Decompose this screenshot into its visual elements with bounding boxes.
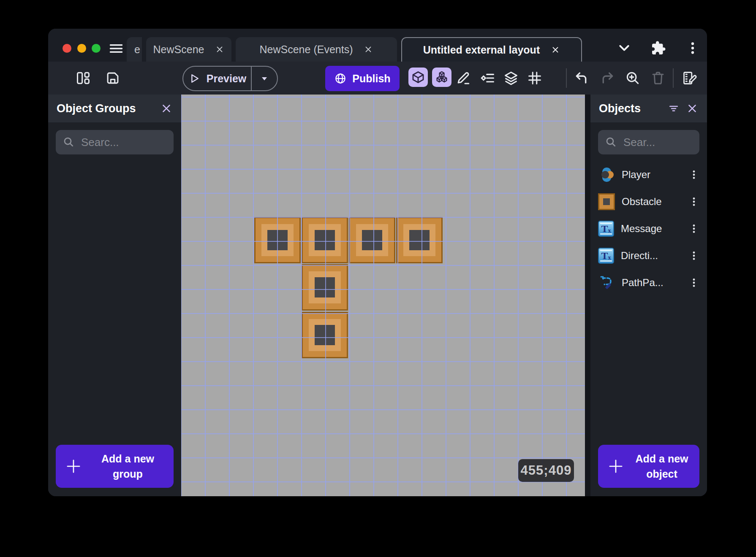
cubes-icon xyxy=(435,70,449,84)
toolbar: Preview Publish xyxy=(48,62,707,95)
obstacle-tile[interactable] xyxy=(302,217,348,263)
grid-icon[interactable] xyxy=(525,69,544,87)
instance-list-icon[interactable] xyxy=(479,69,497,87)
obstacle-tile[interactable] xyxy=(254,217,301,263)
tab-untitled-external-layout[interactable]: Untitled external layout xyxy=(401,37,582,62)
close-panel-icon[interactable] xyxy=(686,102,699,115)
search-icon xyxy=(63,136,75,149)
plus-icon xyxy=(65,458,82,475)
object-name: Message xyxy=(621,223,682,235)
tab-fragment-label: e xyxy=(134,43,140,56)
search-icon xyxy=(605,136,617,149)
traffic-close-button[interactable] xyxy=(63,44,71,53)
add-group-button[interactable]: Add a new group xyxy=(56,445,174,488)
redo-icon[interactable] xyxy=(598,69,616,87)
layers-icon[interactable] xyxy=(502,69,520,87)
text-object-icon: Tx xyxy=(598,221,614,237)
single-cube-toggle[interactable] xyxy=(408,68,428,87)
obstacle-icon xyxy=(598,193,615,210)
caret-down-icon xyxy=(259,73,269,84)
obstacle-tile[interactable] xyxy=(396,217,443,263)
objects-panel: Objects Player xyxy=(590,95,707,496)
object-row-obstacle[interactable]: Obstacle xyxy=(596,188,702,215)
objects-title: Objects xyxy=(599,102,641,115)
tab-bar: e NewScene NewScene (Events) Untitled ex… xyxy=(48,29,707,62)
panel-layout-icon[interactable] xyxy=(74,69,92,87)
extensions-puzzle-icon[interactable] xyxy=(651,41,666,56)
pencil-edit-icon[interactable] xyxy=(454,69,473,87)
text-object-icon: Tx xyxy=(598,248,614,264)
traffic-minimize-button[interactable] xyxy=(77,44,86,53)
tab-close-icon[interactable] xyxy=(215,45,224,54)
tab-label: Untitled external layout xyxy=(423,44,540,56)
objects-list: Player Obstacle Tx Message Tx xyxy=(590,161,707,296)
object-row-directions[interactable]: Tx Directi... xyxy=(596,242,702,269)
publish-label: Publish xyxy=(352,73,390,85)
app-window: e NewScene NewScene (Events) Untitled ex… xyxy=(48,29,707,496)
main-area: 455;409 Object Groups Add xyxy=(48,95,707,496)
add-object-button[interactable]: Add a new object xyxy=(598,445,699,488)
tab-label: NewScene (Events) xyxy=(260,43,353,56)
obstacle-tile[interactable] xyxy=(349,217,395,263)
object-name: Player xyxy=(622,169,682,181)
close-panel-icon[interactable] xyxy=(160,102,173,115)
object-groups-search-input[interactable] xyxy=(81,136,167,149)
object-name: Directi... xyxy=(621,250,682,262)
objects-search-input[interactable] xyxy=(623,136,693,149)
toolbar-separator xyxy=(566,68,567,88)
add-object-label: Add a new object xyxy=(628,451,695,482)
edit-scene-icon[interactable] xyxy=(680,69,699,87)
kebab-menu-icon[interactable] xyxy=(688,223,699,234)
preview-button-main[interactable]: Preview xyxy=(183,67,251,90)
kebab-menu-icon[interactable] xyxy=(688,196,699,207)
filter-icon[interactable] xyxy=(667,102,680,115)
kebab-menu-icon[interactable] xyxy=(688,169,699,180)
object-groups-title: Object Groups xyxy=(57,102,136,115)
tab-close-icon[interactable] xyxy=(551,45,560,54)
player-icon xyxy=(598,166,615,183)
preview-label: Preview xyxy=(207,73,247,85)
object-groups-header: Object Groups xyxy=(48,95,181,122)
toolbar-separator xyxy=(673,68,674,88)
add-group-label: Add a new group xyxy=(86,451,169,482)
path-paint-icon xyxy=(598,274,615,291)
cursor-coordinates-badge: 455;409 xyxy=(518,459,574,482)
plus-icon xyxy=(607,458,624,475)
tab-newscene[interactable]: NewScene xyxy=(146,37,231,62)
object-row-message[interactable]: Tx Message xyxy=(596,215,702,242)
main-menu-hamburger-icon[interactable] xyxy=(109,41,124,56)
object-row-pathpaint[interactable]: PathPa... xyxy=(596,269,702,296)
tab-overflow-fragment[interactable]: e xyxy=(127,37,142,62)
cube-icon xyxy=(411,70,425,84)
object-groups-search[interactable] xyxy=(56,130,174,154)
object-groups-panel: Object Groups Add a new group xyxy=(48,95,181,496)
kebab-menu-icon[interactable] xyxy=(688,277,699,288)
objects-search[interactable] xyxy=(598,130,699,154)
stacked-cubes-toggle[interactable] xyxy=(432,68,451,87)
zoom-in-icon[interactable] xyxy=(623,69,642,87)
obstacle-tile[interactable] xyxy=(302,264,348,311)
tab-label: NewScene xyxy=(153,43,204,56)
chevron-down-icon[interactable] xyxy=(617,41,632,56)
tab-newscene-events[interactable]: NewScene (Events) xyxy=(236,37,397,62)
undo-icon[interactable] xyxy=(573,69,591,87)
tab-close-icon[interactable] xyxy=(364,45,373,54)
cursor-coordinates: 455;409 xyxy=(521,463,572,478)
play-icon xyxy=(188,72,201,85)
preview-dropdown-button[interactable] xyxy=(251,67,277,90)
globe-icon xyxy=(334,72,347,85)
scene-canvas[interactable]: 455;409 xyxy=(181,95,585,496)
object-name: PathPa... xyxy=(622,277,682,289)
tile-layer xyxy=(181,95,585,496)
objects-header: Objects xyxy=(590,95,707,122)
publish-button[interactable]: Publish xyxy=(325,66,400,91)
save-icon[interactable] xyxy=(103,69,122,87)
kebab-menu-icon[interactable] xyxy=(685,41,700,56)
trash-icon[interactable] xyxy=(649,69,667,87)
obstacle-tile[interactable] xyxy=(302,312,348,358)
preview-button[interactable]: Preview xyxy=(182,66,278,91)
object-row-player[interactable]: Player xyxy=(596,161,702,188)
object-name: Obstacle xyxy=(622,196,682,208)
kebab-menu-icon[interactable] xyxy=(688,250,699,261)
traffic-zoom-button[interactable] xyxy=(92,44,101,53)
